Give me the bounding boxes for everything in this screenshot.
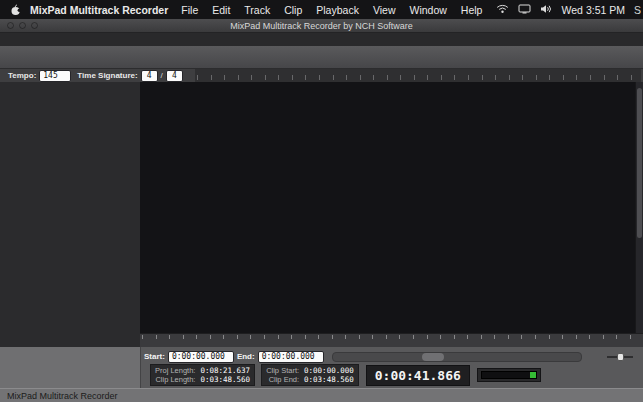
timeline-ruler[interactable]: [140, 333, 643, 347]
display-icon[interactable]: [518, 4, 531, 15]
vertical-scrollbar[interactable]: [635, 82, 643, 333]
menubar-clock[interactable]: Wed 3:51 PM: [562, 4, 625, 16]
time-signature-label: Time Signature:: [77, 71, 137, 80]
clip-length-label: Clip Length:: [155, 375, 195, 384]
proj-length-label: Proj Length:: [155, 366, 195, 375]
zoom-window-button[interactable]: [31, 22, 38, 29]
playback-time-display: 0:00:41.866: [366, 365, 470, 386]
status-text: MixPad Multitrack Recorder: [7, 391, 118, 401]
clip-end-label: Clip End:: [266, 375, 299, 384]
menu-item-playback[interactable]: Playback: [309, 4, 366, 16]
meter-peak-indicator: [530, 372, 536, 378]
menubar-app-name[interactable]: MixPad Multitrack Recorder: [30, 4, 168, 16]
menu-item-edit[interactable]: Edit: [205, 4, 237, 16]
minimize-window-button[interactable]: [19, 22, 26, 29]
horizontal-scrollbar[interactable]: [332, 352, 582, 362]
window-title: MixPad Multitrack Recorder by NCH Softwa…: [0, 21, 643, 31]
window-titlebar[interactable]: MixPad Multitrack Recorder by NCH Softwa…: [0, 19, 643, 33]
zoom-slider-handle[interactable]: [617, 353, 624, 361]
menu-item-help[interactable]: Help: [454, 4, 490, 16]
zoom-slider[interactable]: [607, 356, 633, 358]
end-time-field[interactable]: 0:00:00.000: [258, 351, 324, 363]
menu-item-window[interactable]: Window: [402, 4, 453, 16]
ribbon-tabbar: [0, 33, 643, 46]
clip-start-value: 0:00:00.000: [304, 366, 354, 375]
clip-length-value: 0:03:48.560: [200, 375, 250, 384]
apple-menu-icon[interactable]: [10, 4, 22, 16]
menu-item-clip[interactable]: Clip: [277, 4, 309, 16]
time-signature-numerator-field[interactable]: 4: [141, 70, 158, 82]
menu-item-track[interactable]: Track: [237, 4, 277, 16]
wifi-icon[interactable]: [496, 4, 509, 15]
macos-menubar: MixPad Multitrack Recorder FileEditTrack…: [0, 0, 643, 19]
tempo-label: Tempo:: [8, 71, 36, 80]
top-ruler-strip[interactable]: [195, 69, 641, 82]
zoom-out-icon[interactable]: [590, 351, 602, 363]
vertical-scrollbar-thumb[interactable]: [637, 88, 642, 238]
secondary-toolbar: Tempo: 145 Time Signature: 4 / 4: [0, 68, 643, 82]
time-signature-slash: /: [161, 71, 163, 80]
project-overview-minimap[interactable]: [0, 347, 141, 388]
transport-bar: Start: 0:00:00.000 End: 0:00:00.000 Proj…: [0, 347, 643, 388]
main-toolbar: [0, 46, 643, 68]
tempo-field[interactable]: 145: [39, 70, 71, 82]
arrange-area[interactable]: [140, 82, 643, 347]
clip-start-label: Clip Start:: [266, 366, 299, 375]
volume-icon[interactable]: [540, 4, 553, 15]
status-bar: MixPad Multitrack Recorder: [0, 388, 643, 402]
clip-end-value: 0:03:48.560: [304, 375, 354, 384]
mixpad-window: MixPad Multitrack Recorder FileEditTrack…: [0, 0, 643, 402]
length-info-panel: Proj Length: 0:08:21.637 Clip Length: 0:…: [150, 364, 255, 386]
menu-item-file[interactable]: File: [174, 4, 205, 16]
menubar-edge-text: S: [634, 4, 641, 16]
horizontal-scrollbar-thumb[interactable]: [422, 353, 444, 361]
end-label: End:: [237, 352, 255, 361]
start-label: Start:: [144, 352, 165, 361]
menu-item-view[interactable]: View: [366, 4, 403, 16]
clip-info-panel: Clip Start: 0:00:00.000 Clip End: 0:03:4…: [261, 364, 359, 386]
start-time-field[interactable]: 0:00:00.000: [168, 351, 234, 363]
track-list-panel: [0, 82, 140, 347]
close-window-button[interactable]: [7, 22, 14, 29]
proj-length-value: 0:08:21.637: [200, 366, 250, 375]
time-signature-denominator-field[interactable]: 4: [166, 70, 183, 82]
master-level-meter: [477, 368, 541, 382]
